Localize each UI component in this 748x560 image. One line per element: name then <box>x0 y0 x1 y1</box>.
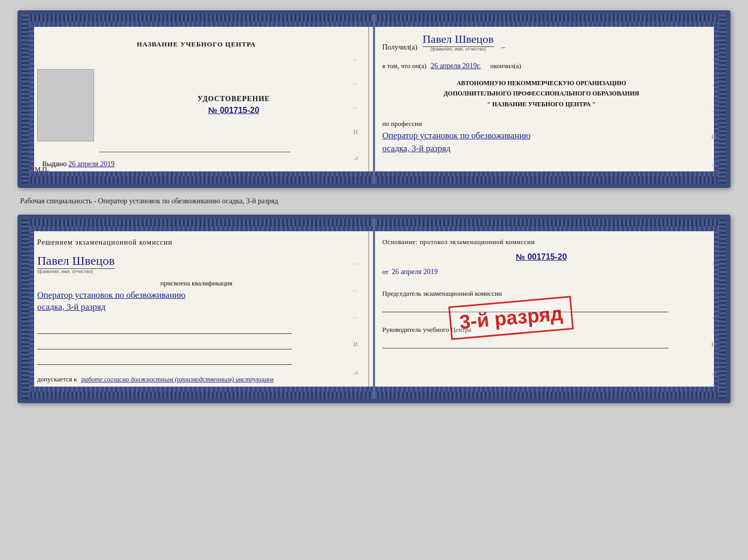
received-label: Получил(а) <box>382 43 417 52</box>
org-line2: ДОПОЛНИТЕЛЬНОГО ПРОФЕССИОНАЛЬНОГО ОБРАЗО… <box>382 88 700 99</box>
date-value: 26 апреля 2019 <box>392 268 438 276</box>
qualification-value: Оператор установок по обезвоживанию <box>37 290 355 300</box>
date-handwritten: 26 апреля 2019г. <box>431 62 481 70</box>
basis-title: Основание: протокол экзаменационной коми… <box>382 237 700 247</box>
photo-placeholder <box>37 69 94 141</box>
qualification-sub: осадка, 3-й разряд <box>37 302 355 312</box>
allow-label: допускается к <box>37 375 77 383</box>
mp-label: М.П. <box>35 165 49 173</box>
cert-number: № 001715-20 <box>112 106 355 115</box>
director-sig-line <box>382 337 668 348</box>
cert-date-row: в том, что он(а) 26 апреля 2019г. окончи… <box>382 62 700 70</box>
cert-text-prefix: в том, что он(а) <box>382 62 427 70</box>
allow-row: допускается к работе согласно должностны… <box>37 375 355 383</box>
fio-hint: (фамилия, имя, отчество) <box>423 46 494 52</box>
profession-sub: осадка, 3-й разряд <box>382 143 700 154</box>
date-row: от 26 апреля 2019 <box>382 268 700 276</box>
second-spread: Решением экзаменационной комиссии Павел … <box>18 215 730 403</box>
protocol-number: № 001715-20 <box>382 252 700 262</box>
received-row: Получил(а) Павел Швецов (фамилия, имя, о… <box>382 33 700 52</box>
org-block: АВТОНОМНУЮ НЕКОММЕРЧЕСКУЮ ОРГАНИЗАЦИЮ ДО… <box>382 78 700 109</box>
right-page2-markers: – – – И ‚а ← – – – <box>711 260 717 403</box>
first-spread-right: Получил(а) Павел Швецов (фамилия, имя, о… <box>369 14 726 184</box>
org-line1: АВТОНОМНУЮ НЕКОММЕРЧЕСКУЮ ОРГАНИЗАЦИЮ <box>382 78 700 88</box>
first-spread-left: НАЗВАНИЕ УЧЕБНОГО ЦЕНТРА УДОСТОВЕРЕНИЕ №… <box>22 14 369 184</box>
second-spread-left: Решением экзаменационной комиссии Павел … <box>22 219 369 399</box>
right-markers-2: – – – И ‚а ← – – – <box>711 56 717 188</box>
org-line3: " НАЗВАНИЕ УЧЕБНОГО ЦЕНТРА " <box>382 99 700 109</box>
second-spread-right: Основание: протокол экзаменационной коми… <box>369 219 726 399</box>
stamp-text: 3-й разряд <box>458 302 563 333</box>
training-center-title: НАЗВАНИЕ УЧЕБНОГО ЦЕНТРА <box>37 40 355 49</box>
date-prefix: от <box>382 268 388 276</box>
decision-title: Решением экзаменационной комиссии <box>37 237 355 248</box>
qualification-label: присвоена квалификация <box>37 279 355 287</box>
profession-label: по профессии <box>382 120 700 128</box>
issued-date: 26 апреля 2019 <box>69 160 115 168</box>
profession-value: Оператор установок по обезвоживанию <box>382 131 700 141</box>
signature-lines <box>37 323 355 365</box>
fio-hint-2: (фамилия, имя, отчество) <box>37 269 355 274</box>
recipient-name: Павел Швецов <box>423 33 494 47</box>
first-spread: НАЗВАНИЕ УЧЕБНОГО ЦЕНТРА УДОСТОВЕРЕНИЕ №… <box>18 10 730 188</box>
person-name-block: Павел Швецов (фамилия, имя, отчество) <box>37 254 355 274</box>
cert-label: УДОСТОВЕРЕНИЕ <box>112 95 355 103</box>
right-margins: – – – И ‚а ← – – – <box>353 56 359 188</box>
person-name: Павел Швецов <box>37 254 115 269</box>
cert-text-suffix: окончил(а) <box>490 62 521 70</box>
allow-value: работе согласно должностным (производств… <box>81 375 273 383</box>
left-page2-markers: – – – И ‚а ← – – – <box>353 260 359 403</box>
caption: Рабочая специальность - Оператор установ… <box>18 197 730 205</box>
chairman-label: Председатель экзаменационной комиссии <box>382 289 700 298</box>
